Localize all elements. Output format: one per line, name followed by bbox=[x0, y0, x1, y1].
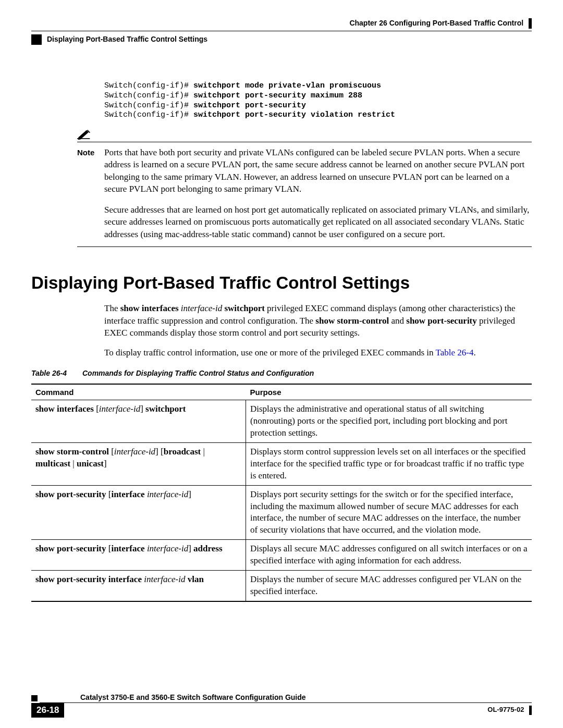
header-rule bbox=[31, 31, 532, 31]
command-cell: show port-security [interface interface-… bbox=[31, 485, 246, 540]
footer-guide-title: Catalyst 3750-E and 3560-E Switch Softwa… bbox=[80, 693, 532, 702]
section-title-text: Displaying Port-Based Traffic Control Se… bbox=[47, 35, 207, 43]
commands-table: Command Purpose show interfaces [interfa… bbox=[31, 384, 532, 602]
table-header-purpose: Purpose bbox=[246, 384, 532, 400]
section-heading: Displaying Port-Based Traffic Control Se… bbox=[31, 273, 532, 293]
page-number-badge: 26-18 bbox=[31, 703, 64, 718]
table-caption-text: Commands for Displaying Traffic Control … bbox=[82, 369, 314, 377]
section-marker-square bbox=[31, 34, 42, 45]
header-end-bar bbox=[529, 18, 532, 29]
purpose-cell: Displays storm control suppression level… bbox=[246, 442, 532, 485]
intro-paragraph-2: To display traffic control information, … bbox=[104, 347, 532, 359]
cli-example: Switch(config-if)# switchport mode priva… bbox=[104, 81, 532, 120]
command-cell: show port-security interface interface-i… bbox=[31, 571, 246, 601]
table-row: show storm-control [interface-id] [broad… bbox=[31, 442, 532, 485]
purpose-cell: Displays all secure MAC addresses config… bbox=[246, 540, 532, 571]
chapter-label: Chapter 26 Configuring Port-Based Traffi… bbox=[349, 19, 523, 27]
page-footer: Catalyst 3750-E and 3560-E Switch Softwa… bbox=[31, 693, 532, 718]
running-section: Displaying Port-Based Traffic Control Se… bbox=[31, 34, 532, 45]
note-paragraph-2: Secure addresses that are learned on hos… bbox=[104, 204, 532, 240]
command-cell: show interfaces [interface-id] switchpor… bbox=[31, 400, 246, 442]
command-cell: show storm-control [interface-id] [broad… bbox=[31, 442, 246, 485]
purpose-cell: Displays the administrative and operatio… bbox=[246, 400, 532, 442]
table-xref-link[interactable]: Table 26-4 bbox=[436, 348, 474, 357]
command-cell: show port-security [interface interface-… bbox=[31, 540, 246, 571]
intro-paragraph-1: The show interfaces interface-id switchp… bbox=[104, 302, 532, 339]
running-header: Chapter 26 Configuring Port-Based Traffi… bbox=[31, 18, 532, 29]
table-number: Table 26-4 bbox=[31, 369, 67, 377]
table-row: show port-security [interface interface-… bbox=[31, 485, 532, 540]
table-row: show port-security [interface interface-… bbox=[31, 540, 532, 571]
table-row: show interfaces [interface-id] switchpor… bbox=[31, 400, 532, 442]
note-paragraph-1: Ports that have both port security and p… bbox=[104, 146, 532, 195]
table-caption: Table 26-4Commands for Displaying Traffi… bbox=[31, 369, 532, 377]
footer-rule bbox=[40, 702, 532, 703]
note-block: Note Ports that have both port security … bbox=[77, 128, 532, 247]
footer-end-bar bbox=[529, 706, 532, 715]
note-icon bbox=[77, 128, 91, 140]
doc-id: OL-9775-02 bbox=[487, 706, 524, 713]
footer-square-icon bbox=[31, 695, 38, 701]
note-label: Note bbox=[77, 148, 94, 157]
table-header-command: Command bbox=[31, 384, 246, 400]
purpose-cell: Displays port security settings for the … bbox=[246, 485, 532, 540]
table-row: show port-security interface interface-i… bbox=[31, 571, 532, 601]
purpose-cell: Displays the number of secure MAC addres… bbox=[246, 571, 532, 601]
